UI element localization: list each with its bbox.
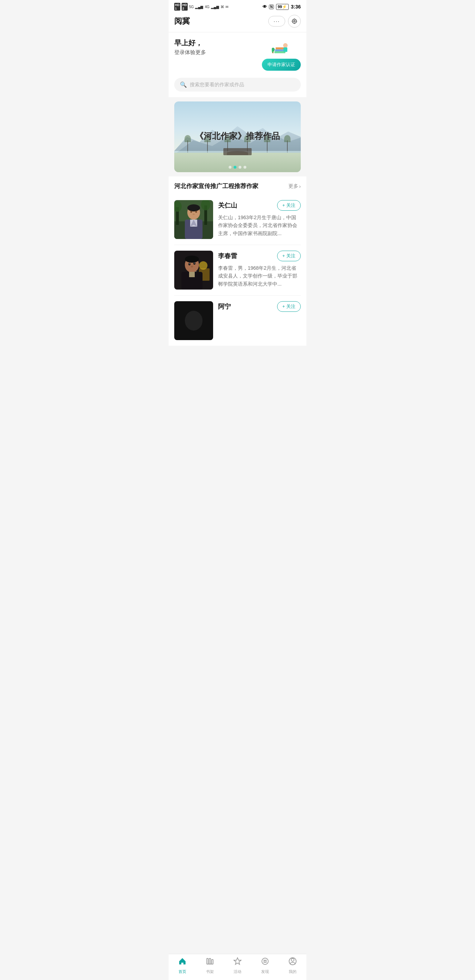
author-info-2: 李春雷 + 关注 李春雷，男，1968年2月生，河北省成安县人，文学创作一级，毕… [218, 251, 301, 290]
nav-discover-label: 发现 [261, 969, 269, 974]
mail-icon: ✉ [226, 5, 228, 9]
discover-icon [261, 957, 269, 967]
status-right: 👁 N 99⚡ 3:36 [262, 4, 301, 10]
hd1-indicator: HD1 [174, 3, 180, 11]
banner-carousel[interactable]: 《河北作家》推荐作品 [174, 102, 301, 172]
status-bar: HD1 HD2 5G ▂▄▆ 4G ▂▄▆ ⌘ ✉ 👁 N 99⚡ 3:36 [168, 0, 307, 12]
svg-point-38 [191, 266, 193, 267]
app-title: 阅冀 [174, 16, 190, 27]
greeting-left: 早上好， 登录体验更多 [174, 38, 206, 56]
author-name-2: 李春雷 [218, 252, 237, 260]
eye-icon: 👁 [262, 4, 267, 9]
banner-title: 《河北作家》推荐作品 [195, 130, 280, 142]
recommended-section: 河北作家宣传推广工程推荐作家 更多 › [168, 177, 307, 346]
chevron-right-icon: › [299, 183, 301, 189]
svg-point-0 [292, 19, 297, 23]
svg-rect-44 [207, 958, 208, 964]
more-button[interactable]: ··· [268, 16, 285, 27]
bottom-navigation: 首页 书架 活动 发现 [168, 954, 307, 980]
ground [174, 153, 301, 172]
author-info-3: 阿宁 + 关注 [218, 301, 301, 340]
author-name-row-3: 阿宁 + 关注 [218, 301, 301, 312]
svg-rect-47 [212, 959, 213, 964]
author-card-2: 李春雷 + 关注 李春雷，男，1968年2月生，河北省成安县人，文学创作一级，毕… [174, 245, 301, 296]
author-name-row-2: 李春雷 + 关注 [218, 251, 301, 261]
svg-point-49 [262, 958, 268, 964]
signal-bars-1: ▂▄▆ [195, 5, 203, 9]
app-header: 阅冀 ··· [168, 12, 307, 32]
greeting-section: 早上好， 登录体验更多 申请作家认证 [168, 32, 307, 78]
nav-bookshelf-label: 书架 [206, 969, 214, 974]
author-name-row-1: 关仁山 + 关注 [218, 200, 301, 211]
apply-author-button[interactable]: 申请作家认证 [262, 59, 301, 71]
nav-bookshelf[interactable]: 书架 [196, 957, 224, 974]
nav-profile-label: 我的 [289, 969, 297, 974]
activities-icon [233, 957, 242, 967]
author-name-1: 关仁山 [218, 201, 237, 210]
svg-rect-10 [283, 48, 288, 52]
dot-3[interactable] [238, 166, 241, 169]
section-title: 河北作家宣传推广工程推荐作家 [174, 182, 258, 190]
authors-list: 关仁山 + 关注 关仁山，1963年2月生于唐山，中国作家协会全委委员，河北省作… [168, 194, 307, 346]
dot-1[interactable] [229, 166, 232, 169]
svg-point-51 [291, 958, 294, 961]
nav-activities[interactable]: 活动 [224, 957, 251, 974]
author-photo-1 [174, 200, 213, 239]
svg-rect-45 [209, 958, 211, 964]
search-placeholder: 搜索您要看的作家或作品 [190, 82, 244, 88]
nav-profile[interactable]: 我的 [279, 957, 307, 974]
banner-background: 《河北作家》推荐作品 [174, 102, 301, 172]
svg-point-21 [187, 204, 200, 212]
author-photo-2 [174, 251, 213, 290]
hd2-indicator: HD2 [182, 3, 187, 11]
battery-indicator: 99⚡ [276, 4, 289, 10]
greeting-right: 申请作家认证 [262, 38, 301, 71]
dot-4[interactable] [243, 166, 246, 169]
author-name-3: 阿宁 [218, 302, 231, 311]
wifi-icon: ⌘ [221, 5, 224, 9]
nfc-icon: N [269, 5, 273, 9]
reading-illustration [272, 38, 291, 56]
svg-marker-48 [234, 958, 241, 964]
svg-point-37 [194, 262, 195, 264]
dot-2[interactable] [234, 166, 237, 169]
svg-rect-7 [276, 48, 285, 49]
content-wrapper: 早上好， 登录体验更多 申请作家认证 🔍 搜索您要 [168, 32, 307, 371]
bookshelf-icon [206, 957, 214, 967]
banner-dots [229, 166, 246, 169]
nav-home[interactable]: 首页 [168, 957, 196, 974]
search-bar[interactable]: 🔍 搜索您要看的作家或作品 [174, 78, 301, 92]
home-icon [178, 957, 187, 967]
status-network: HD1 HD2 5G ▂▄▆ 4G ▂▄▆ ⌘ ✉ [174, 3, 228, 11]
follow-btn-2[interactable]: + 关注 [277, 251, 301, 261]
author-info-1: 关仁山 + 关注 关仁山，1963年2月生于唐山，中国作家协会全委委员，河北省作… [218, 200, 301, 239]
author-desc-2: 李春雷，男，1968年2月生，河北省成安县人，文学创作一级，毕业于邯郸学院英语系… [218, 264, 301, 288]
svg-point-1 [294, 21, 295, 22]
scan-button[interactable] [288, 15, 301, 27]
greeting-subtitle: 登录体验更多 [174, 49, 206, 56]
follow-btn-1[interactable]: + 关注 [277, 200, 301, 211]
svg-rect-41 [189, 272, 195, 277]
follow-btn-3[interactable]: + 关注 [277, 301, 301, 312]
nav-discover[interactable]: 发现 [251, 957, 279, 974]
clock: 3:36 [291, 4, 301, 10]
svg-point-9 [283, 43, 288, 48]
nav-activities-label: 活动 [234, 969, 241, 974]
author-card-3: 阿宁 + 关注 [174, 296, 301, 343]
greeting-title: 早上好， [174, 38, 206, 48]
svg-point-24 [192, 213, 195, 215]
search-icon: 🔍 [180, 81, 187, 88]
signal-5g: 5G [189, 5, 194, 9]
header-actions: ··· [268, 15, 301, 27]
signal-4g: 4G [205, 5, 209, 9]
svg-point-23 [195, 211, 197, 213]
bridge [223, 148, 252, 155]
svg-point-43 [185, 311, 202, 331]
profile-icon [288, 957, 297, 967]
author-photo-3 [174, 301, 213, 340]
svg-point-22 [191, 211, 192, 213]
search-section: 🔍 搜索您要看的作家或作品 [168, 78, 307, 97]
more-link[interactable]: 更多 › [288, 183, 301, 189]
nav-home-label: 首页 [178, 969, 186, 974]
author-desc-1: 关仁山，1963年2月生于唐山，中国作家协会全委委员，河北省作家协会主席，中国作… [218, 213, 301, 237]
